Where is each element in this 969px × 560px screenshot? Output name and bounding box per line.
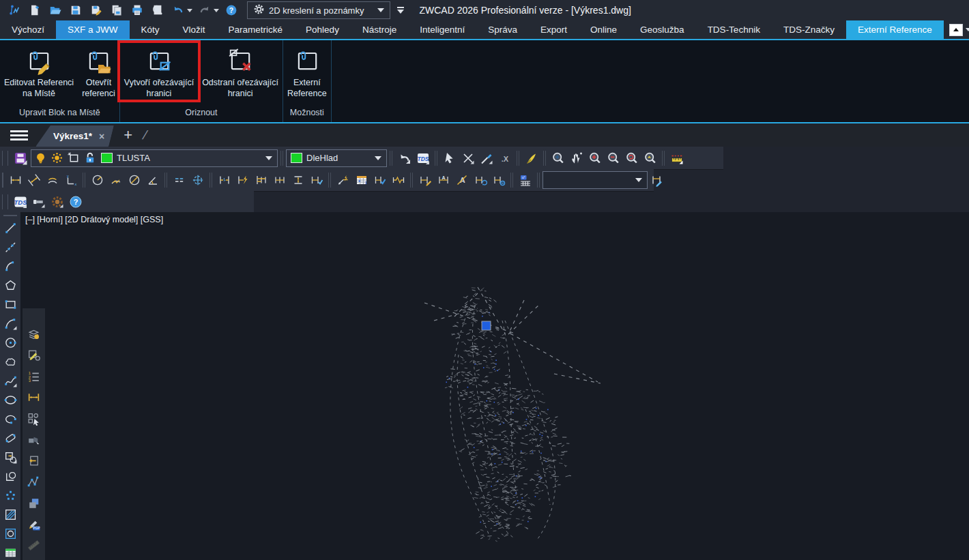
dim-style-dropdown[interactable]	[543, 171, 648, 189]
dim-continue-button[interactable]	[270, 171, 289, 189]
layer-states-save-button[interactable]	[11, 149, 29, 167]
dim-linear-button[interactable]	[6, 171, 25, 189]
revcloud-tool-button[interactable]	[1, 353, 19, 370]
print-icon[interactable]	[127, 1, 147, 19]
ribbon-tab-online[interactable]: Online	[579, 20, 628, 39]
hatch-tool-button[interactable]	[1, 505, 19, 523]
drawing-canvas[interactable]	[20, 212, 969, 560]
tds-logo-button[interactable]: TDS	[11, 193, 29, 211]
layer-thaw-sun-icon[interactable]	[49, 151, 64, 166]
cell-style-button[interactable]: u°	[516, 171, 534, 189]
dim-jog-line-button[interactable]	[389, 171, 407, 189]
new-file-icon[interactable]	[25, 1, 45, 19]
dim-angular-button[interactable]	[143, 171, 162, 189]
mleader-button[interactable]	[334, 171, 352, 189]
dim-text-angle-button[interactable]: A	[452, 171, 471, 189]
ribbon-button-ref-open[interactable]: Otevřít referenci	[78, 43, 119, 100]
document-tab[interactable]: Výkres1* ×	[35, 126, 114, 147]
layer-on-bulb-icon[interactable]	[33, 151, 48, 166]
viewport-controls-label[interactable]: [–] [Horní] [2D Drátový model] [GSS]	[25, 215, 163, 224]
ribbon-tab-tds-technik[interactable]: TDS-Technik	[696, 20, 772, 39]
toolbar-grip[interactable]	[2, 173, 3, 188]
dim-style-edit-button[interactable]	[648, 171, 666, 189]
quick-dim-button[interactable]	[233, 171, 252, 189]
edit-attribute-tool-button[interactable]	[25, 346, 43, 364]
preview-icon[interactable]	[147, 1, 168, 19]
toolbar-grip[interactable]	[3, 215, 17, 216]
rectangle-tool-button[interactable]	[1, 295, 19, 313]
dim-sync-button[interactable]	[489, 171, 508, 189]
save-icon[interactable]	[66, 1, 86, 19]
ribbon-tab-v-choz-[interactable]: Výchozí	[0, 20, 56, 39]
ribbon-button-ref-edit[interactable]: Editovat Referenci na Místě	[0, 43, 78, 100]
ribbon-button-xref-manager[interactable]: Externí Reference	[283, 43, 331, 100]
close-icon[interactable]: ×	[99, 131, 104, 142]
measure-ruler-button[interactable]	[667, 149, 686, 167]
select-cursor-button[interactable]	[440, 149, 459, 167]
minimize-ribbon-icon[interactable]	[397, 7, 404, 14]
dim-edit-button[interactable]	[416, 171, 434, 189]
circle-tool-button[interactable]	[1, 334, 19, 351]
chevron-down-icon[interactable]	[375, 156, 381, 160]
numbered-list-tool-button[interactable]: 123	[25, 367, 43, 385]
layer-new-vp-icon[interactable]	[66, 151, 81, 166]
dim-aligned-button[interactable]	[25, 171, 43, 189]
new-document-tab-button[interactable]: +	[124, 123, 132, 147]
ellipse-tool-button[interactable]	[1, 391, 19, 409]
pan-hand-button[interactable]	[567, 149, 585, 167]
spline-tool-button[interactable]	[1, 372, 19, 389]
layer-dropdown[interactable]: TLUSTA	[31, 149, 278, 167]
table-grid-tool-button[interactable]	[1, 544, 19, 560]
ribbon-tab-pohledy[interactable]: Pohledy	[294, 20, 351, 39]
chevron-down-icon[interactable]	[635, 178, 642, 182]
oblong-tool-button[interactable]	[1, 429, 19, 447]
undo-dropdown-caret-icon[interactable]	[187, 9, 192, 12]
copy-nested-tool-button[interactable]	[25, 494, 43, 512]
ribbon-tab-vlo-it[interactable]: Vložit	[171, 20, 217, 39]
dim-spacing-button[interactable]	[289, 171, 307, 189]
ribbon-tab-n-stroje[interactable]: Nástroje	[351, 20, 408, 39]
zoom-extents-button[interactable]	[622, 149, 641, 167]
layer-states-tool-button[interactable]	[25, 325, 43, 342]
pgp-edit-tool-button[interactable]: PGP	[25, 515, 43, 533]
arc-flyout-tool-button[interactable]	[1, 314, 19, 332]
dim-diameter-button[interactable]	[125, 171, 143, 189]
solids-tool-button[interactable]	[25, 430, 43, 448]
polyline-fit-tool-button[interactable]	[25, 473, 43, 490]
center-mark-button[interactable]	[188, 171, 207, 189]
dim-jogged-button[interactable]	[106, 171, 125, 189]
tds-small-button[interactable]: TDS	[414, 149, 432, 167]
quill-pen-button[interactable]	[522, 149, 540, 167]
save-as-icon[interactable]	[86, 1, 106, 19]
ribbon-button-xclip-create[interactable]: Vytvoří ořezávající hranici	[120, 43, 198, 100]
color-dropdown[interactable]: DleHlad	[286, 149, 387, 167]
ribbon-tab-inteligentn-[interactable]: Inteligentní	[408, 20, 476, 39]
ribbon-tab-geoslu-ba[interactable]: Geoslužba	[628, 20, 696, 39]
block-def-tool-button[interactable]	[1, 467, 19, 485]
insert-block-tool-button[interactable]	[1, 448, 19, 466]
toolbar-grip[interactable]	[2, 151, 8, 166]
select-similar-tool-button[interactable]	[25, 409, 43, 427]
zoom-realtime-button[interactable]	[549, 149, 567, 167]
ribbon-tab-parametrick-[interactable]: Parametrické	[217, 20, 295, 39]
redo-icon[interactable]	[194, 1, 215, 19]
polygon-tool-button[interactable]	[1, 276, 19, 294]
ribbon-tab-spr-va[interactable]: Správa	[476, 20, 529, 39]
dim-ordinate-button[interactable]: yx	[61, 171, 80, 189]
dim-equal-button[interactable]	[170, 171, 188, 189]
trim-button[interactable]	[459, 149, 477, 167]
dim-update-button[interactable]	[471, 171, 489, 189]
zoom-in-button[interactable]	[585, 149, 604, 167]
arc-tool-button[interactable]	[1, 257, 19, 275]
bolt-button[interactable]	[29, 193, 48, 211]
zoom-out-button[interactable]	[604, 149, 622, 167]
ellipse-arc-tool-button[interactable]	[1, 410, 19, 428]
dim-radius-button[interactable]	[88, 171, 106, 189]
ribbon-button-xclip-delete[interactable]: Odstraní ořezávající hranici	[198, 43, 283, 100]
chevron-down-icon[interactable]	[377, 8, 384, 12]
toolbar-grip[interactable]	[2, 194, 8, 209]
undo-icon[interactable]	[168, 1, 188, 19]
ribbon-collapse-button[interactable]	[949, 24, 963, 36]
layer-unlock-icon[interactable]	[82, 151, 97, 166]
edit-brush-button[interactable]	[477, 149, 495, 167]
